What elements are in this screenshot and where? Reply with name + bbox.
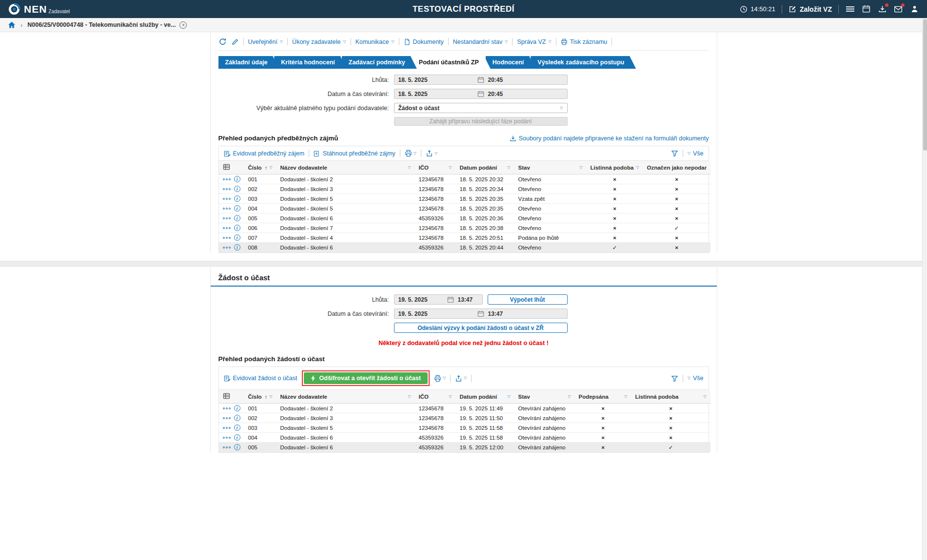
row-actions-icon[interactable] <box>223 217 231 219</box>
nen-logo[interactable]: NEN Zadavatel <box>8 3 70 16</box>
menu-icon[interactable] <box>845 4 855 14</box>
scrollbar-thumb[interactable] <box>923 19 927 151</box>
filter-caret-icon[interactable]: ▽ <box>579 166 582 170</box>
table-settings-icon[interactable] <box>223 163 230 171</box>
stahnout-predbezne-zajmy-link[interactable]: Stáhnout předběžné zájmy <box>314 150 395 157</box>
user-icon[interactable] <box>909 4 919 14</box>
export-table-icon[interactable]: ▽ <box>426 150 437 157</box>
filter-caret-icon[interactable]: ▽ <box>449 395 452 399</box>
calendar-icon[interactable] <box>477 310 484 317</box>
row-actions-icon[interactable] <box>223 178 231 180</box>
calendar-icon[interactable] <box>447 296 454 303</box>
table-row[interactable]: 005 Dodavatel - školení 6 45359326 19. 5… <box>219 443 710 452</box>
column-header-cislo[interactable]: Číslo↑▽ <box>244 161 276 174</box>
decrypt-open-requests-button[interactable]: Odšifrovat a otevřít žádosti o účast <box>304 372 428 384</box>
row-actions-icon[interactable] <box>223 188 231 190</box>
tab-vysledek-zadavaciho-postupu[interactable]: Výsledek zadávacího postupu <box>531 56 636 69</box>
calendar-icon[interactable] <box>477 91 484 97</box>
tab-hodnoceni[interactable]: Hodnocení <box>486 56 536 69</box>
filter-caret-icon[interactable]: ▽ <box>269 395 272 399</box>
column-header-listinna[interactable]: Listinná podoba▽ <box>587 161 643 174</box>
print-table-icon[interactable]: ▽ <box>405 150 416 157</box>
export-table-icon[interactable]: ▽ <box>455 375 467 382</box>
tab-zadavaci-podminky[interactable]: Zadávací podmínky <box>342 56 417 69</box>
filter-caret-icon[interactable]: ▽ <box>703 395 706 399</box>
row-actions-icon[interactable] <box>223 227 231 229</box>
filter-caret-icon[interactable]: ▽ <box>507 395 510 399</box>
filter-caret-icon[interactable]: ▽ <box>408 166 411 170</box>
filter-icon[interactable] <box>671 150 678 157</box>
info-icon[interactable] <box>234 225 240 231</box>
info-icon[interactable] <box>234 434 240 441</box>
info-icon[interactable] <box>234 176 240 182</box>
table-row[interactable]: 005 Dodavatel - školení 6 45359326 18. 5… <box>219 213 710 223</box>
messages-icon[interactable] <box>893 4 903 14</box>
table-row[interactable]: 002 Dodavatel - školení 3 12345678 19. 5… <box>219 413 710 423</box>
column-header-stav[interactable]: Stav▽ <box>514 161 587 174</box>
filter-caret-icon[interactable]: ▽ <box>449 166 452 170</box>
column-header-datum[interactable]: Datum podání▽ <box>456 161 514 174</box>
downloads-icon[interactable] <box>877 4 887 14</box>
info-icon[interactable] <box>234 415 240 421</box>
evidovat-predbezny-zajem-link[interactable]: Evidovat předběžný zájem <box>224 150 305 157</box>
vse-link[interactable]: ▽ Vše <box>688 375 704 382</box>
table-row[interactable]: 002 Dodavatel - školení 3 12345678 18. 5… <box>219 184 710 194</box>
row-actions-icon[interactable] <box>223 247 231 249</box>
row-actions-icon[interactable] <box>223 437 231 439</box>
menu-dokumenty[interactable]: Dokumenty <box>404 39 444 45</box>
opening-datetime-field[interactable]: 18. 5. 2025 20:45 <box>394 89 568 99</box>
column-header-datum[interactable]: Datum podání▽ <box>456 390 514 404</box>
calendar-icon[interactable] <box>477 77 484 83</box>
row-actions-icon[interactable] <box>223 208 231 210</box>
send-invitation-button[interactable]: Odeslání výzvy k podání žádosti o účast … <box>394 323 568 333</box>
filter-caret-icon[interactable]: ▽ <box>568 395 571 399</box>
table-row[interactable]: 008 Dodavatel - školení 6 45359326 18. 5… <box>219 243 710 252</box>
info-icon[interactable] <box>234 405 240 411</box>
table-row[interactable]: 001 Dodavatel - školení 2 12345678 18. 5… <box>219 174 710 184</box>
info-icon[interactable] <box>234 244 240 251</box>
evidovat-zadost-link[interactable]: Evidovat žádost o účast <box>224 375 297 382</box>
info-icon[interactable] <box>234 425 240 431</box>
info-icon[interactable] <box>234 234 240 241</box>
column-header-podepsana[interactable]: Podepsána▽ <box>575 390 631 404</box>
filter-icon[interactable] <box>671 375 678 382</box>
row-actions-icon[interactable] <box>223 427 231 429</box>
info-icon[interactable] <box>234 186 240 192</box>
table-row[interactable]: 003 Dodavatel - školení 5 12345678 19. 5… <box>219 423 710 433</box>
info-icon[interactable] <box>234 205 240 212</box>
info-icon[interactable] <box>234 215 240 221</box>
filter-caret-icon[interactable]: ▽ <box>636 166 639 170</box>
column-header-nazev[interactable]: Název dodavatele▽ <box>276 161 415 174</box>
refresh-icon[interactable] <box>218 38 227 46</box>
column-header-ico[interactable]: IČO▽ <box>415 161 456 174</box>
row-actions-icon[interactable] <box>223 446 231 448</box>
table-row[interactable]: 001 Dodavatel - školení 2 12345678 19. 5… <box>219 404 710 413</box>
table-row[interactable]: 006 Dodavatel - školení 7 12345678 18. 5… <box>219 223 710 233</box>
column-header-ico[interactable]: IČO▽ <box>415 390 456 404</box>
info-icon[interactable] <box>234 444 240 450</box>
edit-record-icon[interactable] <box>231 38 239 46</box>
table-row[interactable]: 004 Dodavatel - školení 5 12345678 18. 5… <box>219 204 710 213</box>
row-actions-icon[interactable] <box>223 407 231 409</box>
menu-uverejneni[interactable]: Uveřejnění▽ <box>248 39 283 45</box>
filter-caret-icon[interactable]: ▽ <box>507 166 510 170</box>
row-actions-icon[interactable] <box>223 417 231 419</box>
zadost-deadline-datetime-field[interactable]: 19. 5. 2025 13:47 <box>394 294 483 305</box>
breadcrumb-current-item[interactable]: N006/25/V00004748 - Telekomunikační služ… <box>27 21 187 29</box>
column-header-stav[interactable]: Stav▽ <box>514 390 575 404</box>
table-row[interactable]: 004 Dodavatel - školení 6 45359326 19. 5… <box>219 433 710 443</box>
menu-ukony-zadavatele[interactable]: Úkony zadavatele▽ <box>292 39 346 45</box>
column-settings-header[interactable] <box>219 161 244 174</box>
menu-komunikace[interactable]: Komunikace▽ <box>355 39 394 45</box>
filter-caret-icon[interactable]: ▽ <box>624 395 627 399</box>
column-header-cislo[interactable]: Číslo↑▽ <box>244 390 276 404</box>
vypocet-lhut-button[interactable]: Výpočet lhůt <box>488 294 568 305</box>
page-scrollbar[interactable] <box>922 18 927 560</box>
column-header-nepodany[interactable]: Označen jako nepodaný <box>643 161 710 174</box>
filter-caret-icon[interactable]: ▽ <box>408 395 411 399</box>
filter-caret-icon[interactable]: ▽ <box>269 166 272 170</box>
info-icon[interactable] <box>234 195 240 202</box>
table-settings-icon[interactable] <box>223 392 230 400</box>
home-icon[interactable] <box>8 21 16 29</box>
menu-nestandardni-stav[interactable]: Nestandardní stav▽ <box>453 39 508 45</box>
